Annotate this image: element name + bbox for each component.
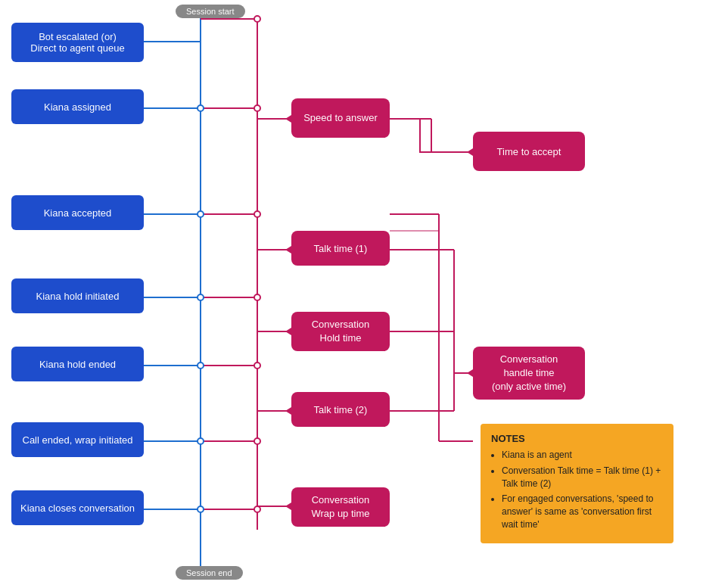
svg-point-45	[198, 506, 204, 512]
svg-point-39	[254, 506, 260, 512]
notes-list: Kiana is an agent Conversation Talk time…	[491, 449, 663, 531]
session-start-label: Session start	[176, 5, 245, 18]
notes-item-2: Conversation Talk time = Talk time (1) +…	[502, 465, 663, 490]
event-call-ended: Call ended, wrap initiated	[11, 422, 144, 457]
event-kiana-hold-initiated-label: Kiana hold initiated	[36, 291, 120, 302]
metric-conv-wrap-up: Conversation Wrap up time	[291, 487, 390, 527]
svg-marker-50	[285, 407, 291, 415]
event-kiana-hold-ended: Kiana hold ended	[11, 347, 144, 381]
svg-point-37	[254, 362, 260, 369]
event-kiana-accepted-label: Kiana accepted	[44, 207, 112, 219]
svg-point-42	[198, 294, 204, 300]
svg-point-41	[198, 211, 204, 217]
event-bot-escalated-label: Bot escalated (or) Direct to agent queue	[30, 31, 124, 54]
metric-talk-time-2: Talk time (2)	[291, 392, 390, 427]
svg-point-38	[254, 438, 260, 444]
svg-marker-53	[467, 369, 473, 377]
event-kiana-hold-ended-label: Kiana hold ended	[39, 359, 116, 370]
svg-marker-51	[285, 502, 291, 510]
metric-speed-to-answer: Speed to answer	[291, 98, 390, 138]
notes-item-1: Kiana is an agent	[502, 449, 663, 462]
notes-title: NOTES	[491, 433, 663, 444]
metric-time-to-accept-label: Time to accept	[497, 146, 561, 157]
svg-point-35	[254, 211, 260, 217]
metric-conv-handle-time-label: Conversation handle time (only active ti…	[492, 353, 566, 394]
session-end-label: Session end	[176, 566, 243, 580]
event-kiana-assigned-label: Kiana assigned	[44, 101, 111, 113]
svg-point-36	[254, 294, 260, 300]
metric-talk-time-2-label: Talk time (2)	[314, 404, 368, 415]
metric-conv-hold-time: Conversation Hold time	[291, 312, 390, 351]
svg-point-46	[254, 16, 260, 22]
svg-point-44	[198, 438, 204, 444]
svg-point-34	[254, 105, 260, 111]
notes-box: NOTES Kiana is an agent Conversation Tal…	[481, 424, 673, 543]
event-kiana-closes-label: Kiana closes conversation	[20, 502, 135, 514]
svg-marker-47	[285, 115, 291, 123]
event-kiana-assigned: Kiana assigned	[11, 89, 144, 124]
metric-talk-time-1: Talk time (1)	[291, 231, 390, 266]
svg-marker-52	[467, 148, 473, 156]
svg-marker-48	[285, 246, 291, 254]
svg-marker-49	[285, 328, 291, 335]
event-bot-escalated: Bot escalated (or) Direct to agent queue	[11, 23, 144, 62]
svg-point-43	[198, 362, 204, 369]
metric-conv-hold-time-label: Conversation Hold time	[312, 318, 370, 345]
event-kiana-accepted: Kiana accepted	[11, 195, 144, 230]
metric-conv-wrap-up-label: Conversation Wrap up time	[311, 493, 369, 521]
metric-time-to-accept: Time to accept	[473, 132, 585, 171]
metric-speed-to-answer-label: Speed to answer	[303, 112, 378, 125]
event-kiana-closes: Kiana closes conversation	[11, 490, 144, 525]
metric-talk-time-1-label: Talk time (1)	[314, 243, 368, 254]
event-call-ended-label: Call ended, wrap initiated	[23, 434, 133, 446]
metric-conv-handle-time: Conversation handle time (only active ti…	[473, 347, 585, 400]
diagram-container: Session start Session end Bot escalated …	[0, 0, 703, 588]
svg-point-40	[198, 105, 204, 111]
notes-item-3: For engaged conversations, 'speed to ans…	[502, 493, 663, 530]
event-kiana-hold-initiated: Kiana hold initiated	[11, 278, 144, 313]
